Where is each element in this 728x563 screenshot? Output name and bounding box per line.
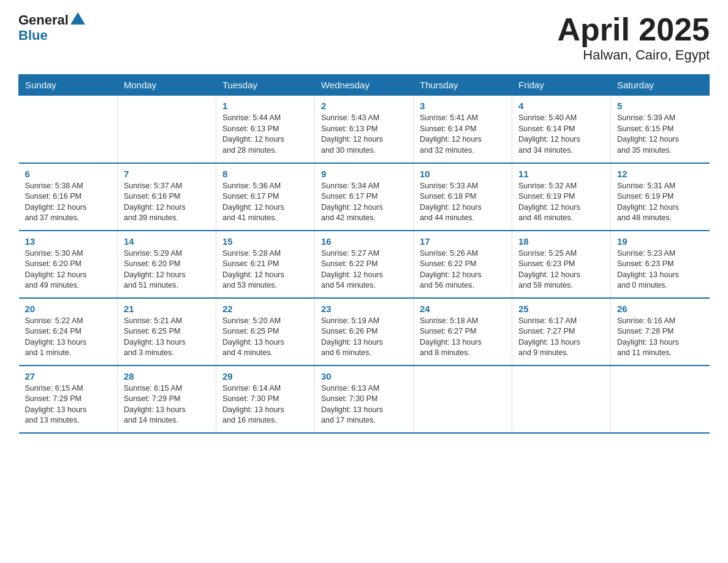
calendar-week-row: 20Sunrise: 5:22 AM Sunset: 6:24 PM Dayli… [19, 298, 710, 366]
day-number: 19 [617, 236, 703, 247]
calendar-cell: 12Sunrise: 5:31 AM Sunset: 6:19 PM Dayli… [611, 163, 710, 231]
svg-marker-0 [70, 12, 85, 25]
weekday-header-tuesday: Tuesday [216, 75, 315, 96]
day-number: 7 [124, 169, 210, 179]
calendar-cell: 8Sunrise: 5:36 AM Sunset: 6:17 PM Daylig… [216, 163, 315, 231]
day-number: 9 [321, 169, 407, 179]
calendar-cell: 3Sunrise: 5:41 AM Sunset: 6:14 PM Daylig… [414, 96, 512, 163]
calendar-subtitle: Halwan, Cairo, Egypt [557, 47, 710, 63]
calendar-week-row: 13Sunrise: 5:30 AM Sunset: 6:20 PM Dayli… [19, 231, 710, 298]
weekday-header-wednesday: Wednesday [315, 75, 414, 96]
day-info: Sunrise: 5:40 AM Sunset: 6:14 PM Dayligh… [518, 113, 604, 156]
day-info: Sunrise: 5:18 AM Sunset: 6:27 PM Dayligh… [420, 316, 506, 359]
day-info: Sunrise: 5:29 AM Sunset: 6:20 PM Dayligh… [124, 248, 210, 291]
weekday-header-saturday: Saturday [611, 75, 710, 96]
calendar-cell: 23Sunrise: 5:19 AM Sunset: 6:26 PM Dayli… [315, 298, 414, 366]
calendar-cell [19, 96, 118, 163]
calendar-cell [512, 366, 611, 433]
calendar-cell [611, 366, 710, 433]
calendar-cell: 20Sunrise: 5:22 AM Sunset: 6:24 PM Dayli… [19, 298, 118, 366]
calendar-title: April 2025 [557, 12, 710, 47]
day-number: 28 [124, 371, 210, 381]
day-info: Sunrise: 6:16 AM Sunset: 7:28 PM Dayligh… [617, 316, 703, 359]
day-number: 15 [222, 236, 308, 247]
day-info: Sunrise: 5:34 AM Sunset: 6:17 PM Dayligh… [321, 181, 407, 224]
calendar-cell: 26Sunrise: 6:16 AM Sunset: 7:28 PM Dayli… [611, 298, 710, 366]
day-info: Sunrise: 6:13 AM Sunset: 7:30 PM Dayligh… [321, 383, 407, 426]
calendar-week-row: 1Sunrise: 5:44 AM Sunset: 6:13 PM Daylig… [19, 96, 710, 163]
day-number: 4 [518, 101, 604, 111]
day-info: Sunrise: 6:15 AM Sunset: 7:29 PM Dayligh… [124, 383, 210, 426]
day-number: 13 [25, 236, 112, 247]
day-number: 3 [420, 101, 506, 111]
calendar-cell: 13Sunrise: 5:30 AM Sunset: 6:20 PM Dayli… [19, 231, 118, 298]
day-info: Sunrise: 5:32 AM Sunset: 6:19 PM Dayligh… [518, 181, 604, 224]
weekday-header-thursday: Thursday [414, 75, 512, 96]
calendar-cell: 14Sunrise: 5:29 AM Sunset: 6:20 PM Dayli… [118, 231, 216, 298]
day-info: Sunrise: 5:22 AM Sunset: 6:24 PM Dayligh… [25, 316, 112, 359]
calendar-cell: 16Sunrise: 5:27 AM Sunset: 6:22 PM Dayli… [315, 231, 414, 298]
calendar-cell [414, 366, 512, 433]
day-number: 2 [321, 101, 407, 111]
calendar-cell: 19Sunrise: 5:23 AM Sunset: 6:23 PM Dayli… [611, 231, 710, 298]
calendar-cell: 30Sunrise: 6:13 AM Sunset: 7:30 PM Dayli… [315, 366, 414, 433]
weekday-header-row: SundayMondayTuesdayWednesdayThursdayFrid… [19, 75, 710, 96]
calendar-cell: 21Sunrise: 5:21 AM Sunset: 6:25 PM Dayli… [118, 298, 216, 366]
day-info: Sunrise: 5:39 AM Sunset: 6:15 PM Dayligh… [617, 113, 703, 156]
logo: General Blue [18, 12, 86, 43]
day-number: 29 [222, 371, 308, 381]
day-info: Sunrise: 5:43 AM Sunset: 6:13 PM Dayligh… [321, 113, 407, 156]
day-number: 30 [321, 371, 407, 381]
day-number: 17 [420, 236, 506, 247]
day-number: 27 [25, 371, 112, 381]
calendar-cell: 11Sunrise: 5:32 AM Sunset: 6:19 PM Dayli… [512, 163, 611, 231]
calendar-cell: 28Sunrise: 6:15 AM Sunset: 7:29 PM Dayli… [118, 366, 216, 433]
calendar-table: SundayMondayTuesdayWednesdayThursdayFrid… [18, 74, 710, 434]
calendar-cell: 4Sunrise: 5:40 AM Sunset: 6:14 PM Daylig… [512, 96, 611, 163]
weekday-header-monday: Monday [118, 75, 216, 96]
day-number: 10 [420, 169, 506, 179]
calendar-cell: 5Sunrise: 5:39 AM Sunset: 6:15 PM Daylig… [611, 96, 710, 163]
day-info: Sunrise: 5:30 AM Sunset: 6:20 PM Dayligh… [25, 248, 112, 291]
day-number: 23 [321, 304, 407, 314]
day-number: 5 [617, 101, 703, 111]
day-info: Sunrise: 5:37 AM Sunset: 6:16 PM Dayligh… [124, 181, 210, 224]
day-number: 11 [518, 169, 604, 179]
day-number: 8 [222, 169, 308, 179]
day-info: Sunrise: 5:44 AM Sunset: 6:13 PM Dayligh… [222, 113, 308, 156]
calendar-cell: 1Sunrise: 5:44 AM Sunset: 6:13 PM Daylig… [216, 96, 315, 163]
calendar-cell: 29Sunrise: 6:14 AM Sunset: 7:30 PM Dayli… [216, 366, 315, 433]
day-number: 16 [321, 236, 407, 247]
day-number: 26 [617, 304, 703, 314]
day-number: 18 [518, 236, 604, 247]
day-info: Sunrise: 5:33 AM Sunset: 6:18 PM Dayligh… [420, 181, 506, 224]
logo-text-general: General [18, 13, 69, 28]
logo-triangle-icon [69, 11, 86, 28]
day-info: Sunrise: 5:31 AM Sunset: 6:19 PM Dayligh… [617, 181, 703, 224]
title-block: April 2025 Halwan, Cairo, Egypt [557, 12, 710, 63]
logo-text-blue: Blue [18, 28, 86, 43]
calendar-cell: 25Sunrise: 6:17 AM Sunset: 7:27 PM Dayli… [512, 298, 611, 366]
day-number: 12 [617, 169, 703, 179]
day-info: Sunrise: 5:20 AM Sunset: 6:25 PM Dayligh… [222, 316, 308, 359]
calendar-cell: 27Sunrise: 6:15 AM Sunset: 7:29 PM Dayli… [19, 366, 118, 433]
calendar-cell: 15Sunrise: 5:28 AM Sunset: 6:21 PM Dayli… [216, 231, 315, 298]
day-info: Sunrise: 6:14 AM Sunset: 7:30 PM Dayligh… [222, 383, 308, 426]
day-info: Sunrise: 5:41 AM Sunset: 6:14 PM Dayligh… [420, 113, 506, 156]
day-number: 1 [222, 101, 308, 111]
day-info: Sunrise: 5:26 AM Sunset: 6:22 PM Dayligh… [420, 248, 506, 291]
calendar-cell: 6Sunrise: 5:38 AM Sunset: 6:16 PM Daylig… [19, 163, 118, 231]
day-number: 24 [420, 304, 506, 314]
weekday-header-friday: Friday [512, 75, 611, 96]
calendar-cell: 17Sunrise: 5:26 AM Sunset: 6:22 PM Dayli… [414, 231, 512, 298]
page-header: General Blue April 2025 Halwan, Cairo, E… [18, 12, 710, 63]
day-info: Sunrise: 5:27 AM Sunset: 6:22 PM Dayligh… [321, 248, 407, 291]
calendar-cell: 24Sunrise: 5:18 AM Sunset: 6:27 PM Dayli… [414, 298, 512, 366]
day-info: Sunrise: 5:36 AM Sunset: 6:17 PM Dayligh… [222, 181, 308, 224]
calendar-cell: 18Sunrise: 5:25 AM Sunset: 6:23 PM Dayli… [512, 231, 611, 298]
calendar-cell: 7Sunrise: 5:37 AM Sunset: 6:16 PM Daylig… [118, 163, 216, 231]
day-info: Sunrise: 5:21 AM Sunset: 6:25 PM Dayligh… [124, 316, 210, 359]
day-info: Sunrise: 6:17 AM Sunset: 7:27 PM Dayligh… [518, 316, 604, 359]
calendar-cell: 9Sunrise: 5:34 AM Sunset: 6:17 PM Daylig… [315, 163, 414, 231]
day-number: 25 [518, 304, 604, 314]
